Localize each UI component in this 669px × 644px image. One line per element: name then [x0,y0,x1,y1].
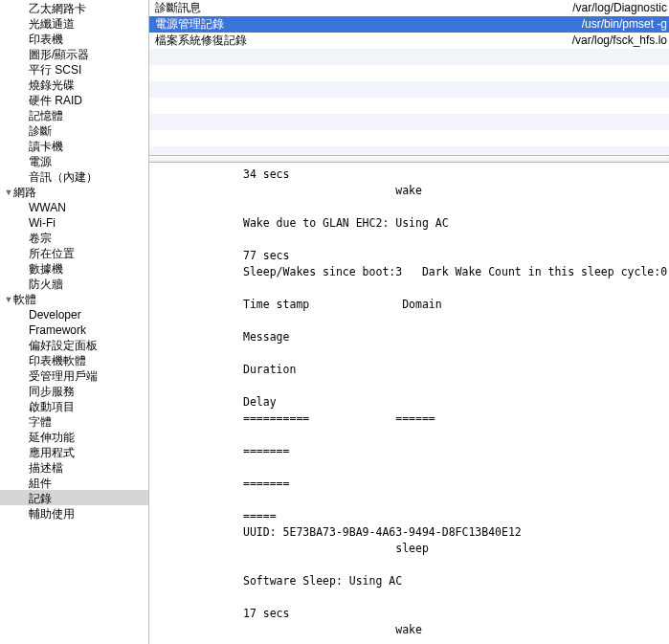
sidebar-item[interactable]: 應用程式 [0,444,148,459]
log-name-cell: 檔案系統修復記錄 [149,33,561,49]
log-table: 診斷訊息 /var/log/Diagnostic 電源管理記錄 /usr/bin… [149,0,669,155]
sidebar-item[interactable]: 電源 [0,153,148,168]
sidebar-item-logs[interactable]: 記錄 [0,490,148,505]
log-name-cell: 診斷訊息 [149,0,561,16]
sidebar-item[interactable]: 卷宗 [0,230,148,245]
table-row-selected[interactable]: 電源管理記錄 /usr/bin/pmset -g [149,16,669,33]
sidebar-item[interactable]: 音訊（內建） [0,168,148,184]
sidebar-item[interactable]: 讀卡機 [0,138,148,153]
table-row[interactable]: 檔案系統修復記錄 /var/log/fsck_hfs.lo [149,33,669,49]
sidebar-item[interactable]: 乙太網路卡 [0,0,148,15]
sidebar-item[interactable]: 輔助使用 [0,505,148,521]
table-row[interactable] [149,98,669,114]
log-path-cell: /var/log/Diagnostic [561,0,669,16]
sidebar-item[interactable]: Framework [0,322,148,337]
horizontal-splitter[interactable] [149,155,669,163]
sidebar-item[interactable]: 圖形/顯示器 [0,46,148,61]
table-row[interactable] [149,146,669,155]
sidebar: 乙太網路卡 光纖通道 印表機 圖形/顯示器 平行 SCSI 燒錄光碟 硬件 RA… [0,0,149,644]
table-row[interactable] [149,130,669,146]
sidebar-item[interactable]: 記憶體 [0,107,148,122]
table-row[interactable] [149,81,669,98]
sidebar-item[interactable]: 燒錄光碟 [0,77,148,92]
sidebar-item[interactable]: 延伸功能 [0,429,148,444]
log-path-cell: /usr/bin/pmset -g [561,16,669,33]
log-path-cell: /var/log/fsck_hfs.lo [561,33,669,49]
sidebar-item[interactable]: WWAN [0,199,148,214]
sidebar-item[interactable]: Developer [0,306,148,322]
sidebar-item[interactable]: 組件 [0,475,148,490]
sidebar-category-software[interactable]: ▼軟體 [0,291,148,306]
sidebar-item[interactable]: 光纖通道 [0,15,148,31]
sidebar-item[interactable]: 硬件 RAID [0,92,148,107]
table-row[interactable] [149,49,669,65]
sidebar-item[interactable]: 所在位置 [0,245,148,260]
log-detail-pane: 34 secs wake Wake due to GLAN EHC2: Usin… [149,163,669,644]
table-row[interactable] [149,114,669,130]
sidebar-item[interactable]: 平行 SCSI [0,61,148,77]
disclosure-triangle-icon[interactable]: ▼ [4,292,13,307]
sidebar-item[interactable]: Wi-Fi [0,214,148,230]
sidebar-item[interactable]: 診斷 [0,122,148,138]
sidebar-item[interactable]: 數據機 [0,260,148,276]
sidebar-item[interactable]: 防火牆 [0,276,148,291]
sidebar-item[interactable]: 字體 [0,413,148,429]
sidebar-item[interactable]: 描述檔 [0,459,148,475]
sidebar-category-network[interactable]: ▼網路 [0,184,148,199]
sidebar-item[interactable]: 啟動項目 [0,398,148,413]
table-row[interactable]: 診斷訊息 /var/log/Diagnostic [149,0,669,16]
log-name-cell: 電源管理記錄 [149,16,561,33]
sidebar-item[interactable]: 受管理用戶端 [0,367,148,383]
table-row[interactable] [149,65,669,81]
sidebar-item[interactable]: 印表機 [0,31,148,46]
disclosure-triangle-icon[interactable]: ▼ [4,185,13,200]
sidebar-item[interactable]: 同步服務 [0,383,148,398]
sidebar-item[interactable]: 印表機軟體 [0,352,148,367]
sidebar-item[interactable]: 偏好設定面板 [0,337,148,352]
